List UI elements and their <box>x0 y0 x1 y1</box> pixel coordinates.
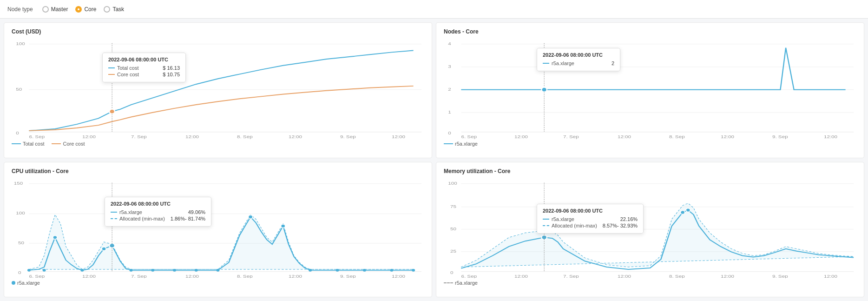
svg-point-54 <box>281 224 285 227</box>
cost-y-50: 50 <box>16 87 22 92</box>
svg-text:100: 100 <box>448 180 457 185</box>
svg-text:7. Sep: 7. Sep <box>131 134 147 139</box>
svg-point-32 <box>541 87 547 92</box>
svg-point-90 <box>686 208 690 212</box>
radio-core[interactable]: Core <box>75 6 96 13</box>
cost-legend-total: Total cost <box>12 141 44 147</box>
svg-text:50: 50 <box>18 240 24 245</box>
svg-text:12:00: 12:00 <box>514 273 528 278</box>
svg-text:12:00: 12:00 <box>721 273 734 278</box>
nodes-legend: r5a.xlarge <box>444 141 856 147</box>
svg-text:8. Sep: 8. Sep <box>237 273 253 278</box>
radio-master[interactable]: Master <box>42 6 68 13</box>
svg-text:8. Sep: 8. Sep <box>237 134 253 139</box>
radio-task[interactable]: Task <box>104 6 124 13</box>
svg-point-51 <box>102 247 106 250</box>
radio-label-task: Task <box>112 6 124 13</box>
cpu-legend: r5a.xlarge <box>12 280 424 286</box>
svg-text:12:00: 12:00 <box>721 134 734 139</box>
cpu-legend-r5a: r5a.xlarge <box>12 280 40 286</box>
svg-marker-87 <box>461 203 854 267</box>
svg-text:12:00: 12:00 <box>82 273 96 278</box>
svg-point-65 <box>363 268 366 271</box>
radio-circle-task <box>104 6 110 13</box>
svg-text:12:00: 12:00 <box>82 134 96 139</box>
svg-point-61 <box>195 268 198 271</box>
svg-text:0: 0 <box>18 269 21 274</box>
memory-chart-title: Memory utilization - Core <box>444 168 856 174</box>
svg-text:12:00: 12:00 <box>514 134 528 139</box>
svg-text:12:00: 12:00 <box>618 273 631 278</box>
svg-text:0: 0 <box>450 269 454 274</box>
svg-text:9. Sep: 9. Sep <box>340 273 356 278</box>
svg-point-55 <box>27 268 31 271</box>
svg-text:12:00: 12:00 <box>289 273 302 278</box>
svg-text:1: 1 <box>448 109 451 114</box>
svg-text:50: 50 <box>450 226 456 231</box>
cpu-chart-title: CPU utilization - Core <box>12 168 424 174</box>
memory-chart-card: Memory utilization - Core 100 75 50 25 0… <box>436 162 864 298</box>
svg-text:3: 3 <box>448 64 451 69</box>
cost-chart-card: Cost (USD) 100 50 0 6. Sep 12:00 7. Sep … <box>4 22 432 158</box>
svg-text:7. Sep: 7. Sep <box>131 273 147 278</box>
svg-text:6. Sep: 6. Sep <box>29 134 45 139</box>
svg-text:12:00: 12:00 <box>392 134 405 139</box>
node-type-label: Node type <box>7 6 33 13</box>
svg-point-12 <box>109 109 115 114</box>
cost-legend-core: Core cost <box>52 141 85 147</box>
svg-point-59 <box>151 268 154 271</box>
cost-legend-core-icon <box>52 143 61 144</box>
radio-circle-master <box>42 6 49 13</box>
svg-text:12:00: 12:00 <box>185 273 199 278</box>
nodes-legend-r5a-icon <box>444 143 453 144</box>
cpu-chart-card: CPU utilization - Core 150 100 50 0 6. S… <box>4 162 432 298</box>
radio-label-master: Master <box>51 6 68 13</box>
nodes-chart-card: Nodes - Core 4 3 2 1 0 6. Sep 12:00 7. S… <box>436 22 864 158</box>
nodes-chart-area: 4 3 2 1 0 6. Sep 12:00 7. Sep 12:00 8. S… <box>444 39 856 139</box>
svg-point-50 <box>53 235 57 239</box>
svg-point-89 <box>680 210 684 214</box>
cost-legend: Total cost Core cost <box>12 141 424 147</box>
radio-label-core: Core <box>84 6 96 13</box>
top-bar: Node type Master Core Task <box>0 0 868 19</box>
cost-chart-svg: 100 50 0 6. Sep 12:00 7. Sep 12:00 8. Se… <box>12 39 424 139</box>
memory-legend-r5a: r5a.xlarge <box>444 280 478 286</box>
cost-y-0: 0 <box>16 130 19 135</box>
svg-point-64 <box>336 268 339 271</box>
svg-text:8. Sep: 8. Sep <box>669 134 685 139</box>
cost-chart-area: 100 50 0 6. Sep 12:00 7. Sep 12:00 8. Se… <box>12 39 424 139</box>
svg-text:2: 2 <box>448 87 451 92</box>
svg-point-56 <box>43 268 46 271</box>
memory-legend-r5a-dash-icon <box>444 282 453 283</box>
dashboard: Cost (USD) 100 50 0 6. Sep 12:00 7. Sep … <box>0 19 868 301</box>
svg-point-62 <box>216 268 219 271</box>
svg-text:12:00: 12:00 <box>392 273 405 278</box>
svg-point-66 <box>390 268 393 271</box>
svg-text:12:00: 12:00 <box>824 134 837 139</box>
svg-text:4: 4 <box>448 41 451 46</box>
svg-point-57 <box>80 268 84 271</box>
svg-text:6. Sep: 6. Sep <box>461 273 477 278</box>
svg-text:150: 150 <box>14 180 23 185</box>
svg-text:12:00: 12:00 <box>618 134 631 139</box>
cost-legend-total-icon <box>12 143 21 144</box>
svg-text:100: 100 <box>16 210 25 215</box>
svg-point-58 <box>130 268 133 271</box>
svg-text:0: 0 <box>448 130 451 135</box>
cpu-chart-area: 150 100 50 0 6. Sep 12:00 7. Sep 12:00 8… <box>12 178 424 279</box>
svg-text:6. Sep: 6. Sep <box>461 134 477 139</box>
svg-text:12:00: 12:00 <box>185 134 199 139</box>
svg-text:7. Sep: 7. Sep <box>563 273 579 278</box>
cost-chart-title: Cost (USD) <box>12 28 424 35</box>
memory-legend: r5a.xlarge <box>444 280 856 286</box>
memory-chart-svg: 100 75 50 25 0 6. Sep 12:00 7. Sep 12:00… <box>444 178 856 279</box>
radio-group: Master Core Task <box>42 6 124 13</box>
svg-text:6. Sep: 6. Sep <box>29 273 45 278</box>
svg-point-63 <box>309 268 312 271</box>
cpu-legend-r5a-dot-icon <box>12 281 15 285</box>
cpu-chart-svg: 150 100 50 0 6. Sep 12:00 7. Sep 12:00 8… <box>12 178 424 279</box>
memory-chart-area: 100 75 50 25 0 6. Sep 12:00 7. Sep 12:00… <box>444 178 856 279</box>
svg-text:75: 75 <box>450 203 456 208</box>
svg-point-60 <box>173 268 176 271</box>
svg-text:25: 25 <box>450 248 456 253</box>
